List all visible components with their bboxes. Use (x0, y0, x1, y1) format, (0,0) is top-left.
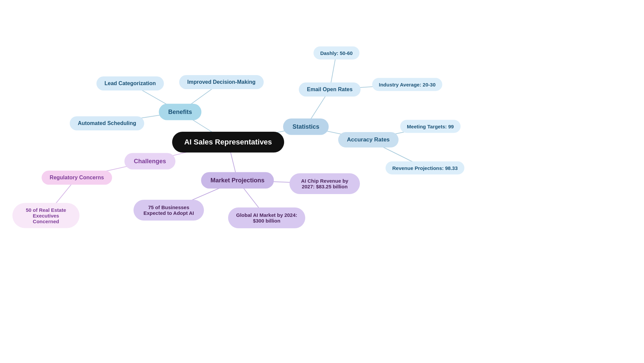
ai-chip-node[interactable]: AI Chip Revenue by 2027: $83.25 billion (289, 173, 360, 194)
automated-scheduling-node[interactable]: Automated Scheduling (70, 116, 144, 130)
statistics-node[interactable]: Statistics (283, 119, 329, 135)
challenges-node[interactable]: Challenges (124, 153, 175, 170)
dashly-node[interactable]: Dashly: 50-60 (314, 47, 360, 60)
lead-categorization-node[interactable]: Lead Categorization (97, 76, 164, 90)
real-estate-node[interactable]: 50 of Real Estate Executives Concerned (12, 203, 79, 228)
center-node[interactable]: AI Sales Representatives (172, 132, 284, 153)
global-ai-node[interactable]: Global AI Market by 2024: $300 billion (228, 207, 305, 228)
businesses-adopt-node[interactable]: 75 of Businesses Expected to Adopt AI (133, 200, 204, 221)
market-projections-node[interactable]: Market Projections (201, 172, 274, 189)
email-open-rates-node[interactable]: Email Open Rates (299, 82, 361, 97)
accuracy-rates-node[interactable]: Accuracy Rates (338, 132, 398, 147)
revenue-projections-node[interactable]: Revenue Projections: 98.33 (385, 162, 464, 175)
improved-decision-node[interactable]: Improved Decision-Making (179, 75, 264, 89)
regulatory-concerns-node[interactable]: Regulatory Concerns (42, 171, 112, 185)
industry-avg-node[interactable]: Industry Average: 20-30 (372, 78, 442, 91)
meeting-targets-node[interactable]: Meeting Targets: 99 (400, 120, 461, 133)
benefits-node[interactable]: Benefits (159, 104, 201, 120)
